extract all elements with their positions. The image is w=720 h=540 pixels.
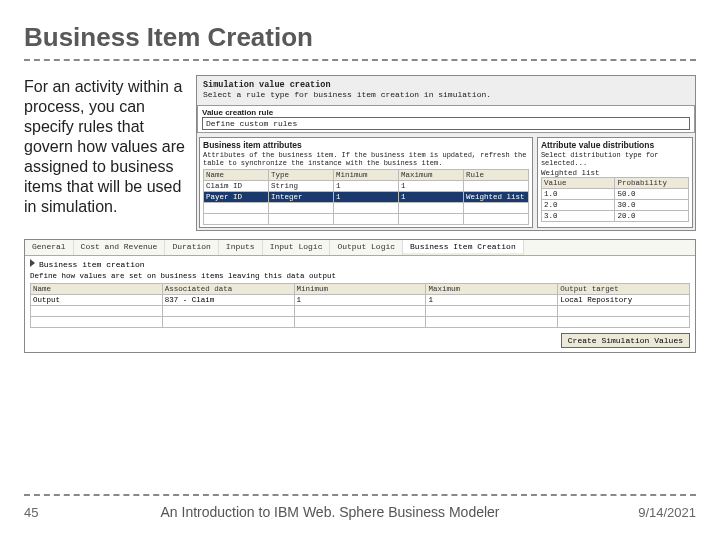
table-row[interactable]: 3.0 20.0 xyxy=(541,211,688,222)
col-header: Type xyxy=(268,170,333,181)
simulation-dialog: Simulation value creation Select a rule … xyxy=(196,75,696,231)
col-header: Minimum xyxy=(294,284,426,295)
table-row[interactable]: 2.0 30.0 xyxy=(541,200,688,211)
attr-panel-desc: Attributes of the business item. If the … xyxy=(203,152,529,167)
tab-input-logic[interactable]: Input Logic xyxy=(263,240,331,255)
col-header: Name xyxy=(204,170,269,181)
attributes-table[interactable]: Name Type Minimum Maximum Rule Claim ID … xyxy=(203,169,529,225)
col-header: Output target xyxy=(558,284,690,295)
rule-label: Value creation rule xyxy=(202,108,690,117)
tab-inputs[interactable]: Inputs xyxy=(219,240,263,255)
dialog-title: Simulation value creation xyxy=(203,80,331,90)
tab-business-item-creation[interactable]: Business Item Creation xyxy=(403,240,524,255)
tab-duration[interactable]: Duration xyxy=(165,240,218,255)
distributions-panel: Attribute value distributions Select dis… xyxy=(537,137,693,228)
expand-icon[interactable] xyxy=(30,259,35,267)
section-desc: Define how values are set on business it… xyxy=(25,272,695,283)
col-header: Rule xyxy=(463,170,528,181)
business-item-creation-panel: General Cost and Revenue Duration Inputs… xyxy=(24,239,696,353)
dist-panel-title: Attribute value distributions xyxy=(541,140,689,150)
tab-general[interactable]: General xyxy=(25,240,74,255)
body-paragraph: For an activity within a process, you ca… xyxy=(24,75,186,231)
rule-dropdown[interactable]: Define custom rules xyxy=(202,117,690,130)
attributes-panel: Business item attributes Attributes of t… xyxy=(199,137,533,228)
section-header: Business item creation xyxy=(25,256,695,272)
dist-type: Weighted list xyxy=(541,169,689,177)
table-row[interactable]: 1.0 50.0 xyxy=(541,189,688,200)
dialog-subtitle: Select a rule type for business item cre… xyxy=(203,90,491,99)
table-row[interactable]: Payer ID Integer 1 1 Weighted list xyxy=(204,192,529,203)
tab-cost-revenue[interactable]: Cost and Revenue xyxy=(74,240,166,255)
footer-title: An Introduction to IBM Web. Sphere Busin… xyxy=(84,504,576,520)
table-row[interactable]: Claim ID String 1 1 xyxy=(204,181,529,192)
page-number: 45 xyxy=(24,505,84,520)
table-row[interactable]: Output 837 - Claim 1 1 Local Repository xyxy=(31,295,690,306)
output-table[interactable]: Name Associated data Minimum Maximum Out… xyxy=(30,283,690,328)
create-simulation-values-button[interactable]: Create Simulation Values xyxy=(561,333,690,348)
footer-date: 9/14/2021 xyxy=(576,505,696,520)
col-header: Name xyxy=(31,284,163,295)
col-header: Maximum xyxy=(426,284,558,295)
col-header: Probability xyxy=(615,178,689,189)
attr-panel-title: Business item attributes xyxy=(203,140,529,150)
distribution-table[interactable]: Value Probability 1.0 50.0 2.0 30.0 xyxy=(541,177,689,222)
tab-strip: General Cost and Revenue Duration Inputs… xyxy=(25,240,695,256)
col-header: Value xyxy=(541,178,615,189)
tab-output-logic[interactable]: Output Logic xyxy=(330,240,403,255)
col-header: Minimum xyxy=(333,170,398,181)
dist-panel-desc: Select distribution type for selected... xyxy=(541,152,689,167)
col-header: Maximum xyxy=(398,170,463,181)
page-title: Business Item Creation xyxy=(24,22,696,61)
col-header: Associated data xyxy=(162,284,294,295)
